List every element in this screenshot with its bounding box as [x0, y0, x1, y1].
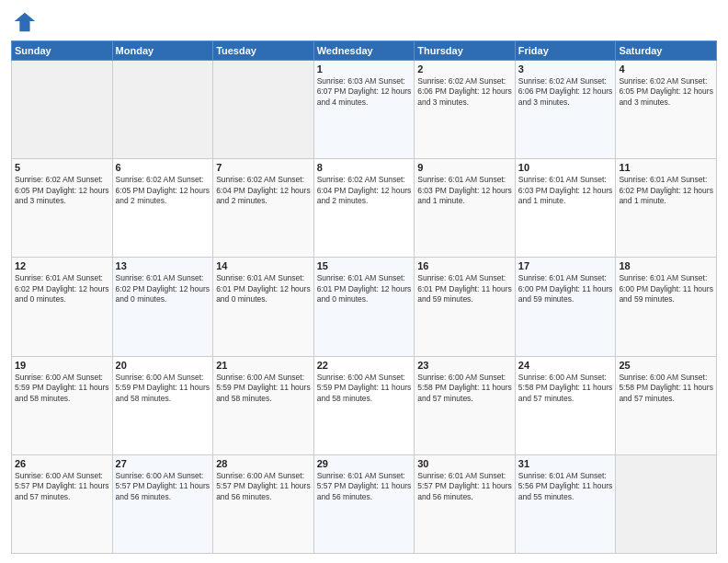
day-cell: 9Sunrise: 6:01 AM Sunset: 6:03 PM Daylig…	[415, 159, 516, 258]
day-number: 28	[216, 458, 311, 469]
header-cell-monday: Monday	[112, 41, 213, 61]
day-info: Sunrise: 6:00 AM Sunset: 5:57 PM Dayligh…	[116, 471, 210, 502]
page: SundayMondayTuesdayWednesdayThursdayFrid…	[0, 0, 728, 563]
day-info: Sunrise: 6:00 AM Sunset: 5:59 PM Dayligh…	[116, 373, 210, 404]
day-number: 24	[518, 360, 613, 371]
day-cell: 17Sunrise: 6:01 AM Sunset: 6:00 PM Dayli…	[515, 258, 616, 356]
day-number: 30	[417, 458, 512, 469]
day-info: Sunrise: 6:01 AM Sunset: 6:02 PM Dayligh…	[619, 175, 713, 206]
week-row-1: 1Sunrise: 6:03 AM Sunset: 6:07 PM Daylig…	[12, 61, 717, 159]
day-number: 1	[317, 63, 412, 75]
day-info: Sunrise: 6:01 AM Sunset: 6:01 PM Dayligh…	[417, 273, 512, 304]
day-cell: 1Sunrise: 6:03 AM Sunset: 6:07 PM Daylig…	[313, 61, 415, 159]
day-cell: 7Sunrise: 6:02 AM Sunset: 6:04 PM Daylig…	[213, 159, 314, 258]
week-row-2: 5Sunrise: 6:02 AM Sunset: 6:05 PM Daylig…	[12, 159, 717, 258]
day-info: Sunrise: 6:00 AM Sunset: 5:58 PM Dayligh…	[619, 373, 713, 404]
day-number: 4	[619, 63, 713, 75]
day-cell: 13Sunrise: 6:01 AM Sunset: 6:02 PM Dayli…	[112, 258, 213, 356]
day-cell: 31Sunrise: 6:01 AM Sunset: 5:56 PM Dayli…	[515, 454, 616, 553]
day-info: Sunrise: 6:02 AM Sunset: 6:05 PM Dayligh…	[15, 175, 109, 206]
day-info: Sunrise: 6:01 AM Sunset: 6:03 PM Dayligh…	[417, 175, 512, 206]
day-number: 6	[116, 162, 210, 173]
day-cell: 5Sunrise: 6:02 AM Sunset: 6:05 PM Daylig…	[12, 159, 113, 258]
day-number: 14	[216, 260, 311, 271]
day-cell: 2Sunrise: 6:02 AM Sunset: 6:06 PM Daylig…	[415, 61, 516, 159]
logo	[11, 9, 39, 35]
day-info: Sunrise: 6:00 AM Sunset: 5:57 PM Dayligh…	[15, 471, 109, 502]
day-cell	[112, 61, 213, 159]
day-info: Sunrise: 6:01 AM Sunset: 6:02 PM Dayligh…	[116, 273, 210, 304]
logo-icon	[11, 9, 37, 35]
day-info: Sunrise: 6:00 AM Sunset: 5:59 PM Dayligh…	[317, 373, 412, 404]
day-info: Sunrise: 6:00 AM Sunset: 5:59 PM Dayligh…	[216, 373, 311, 404]
day-info: Sunrise: 6:01 AM Sunset: 6:02 PM Dayligh…	[15, 273, 109, 304]
day-number: 15	[317, 260, 412, 271]
day-cell: 10Sunrise: 6:01 AM Sunset: 6:03 PM Dayli…	[515, 159, 616, 258]
header-row: SundayMondayTuesdayWednesdayThursdayFrid…	[12, 41, 717, 61]
day-number: 11	[619, 162, 713, 173]
day-number: 23	[417, 360, 512, 371]
header-cell-saturday: Saturday	[616, 41, 717, 61]
day-number: 12	[15, 260, 109, 271]
day-cell: 12Sunrise: 6:01 AM Sunset: 6:02 PM Dayli…	[12, 258, 113, 356]
day-info: Sunrise: 6:01 AM Sunset: 6:00 PM Dayligh…	[518, 273, 613, 304]
day-number: 29	[317, 458, 412, 469]
day-cell	[12, 61, 113, 159]
day-cell: 11Sunrise: 6:01 AM Sunset: 6:02 PM Dayli…	[616, 159, 717, 258]
header-cell-thursday: Thursday	[415, 41, 516, 61]
day-info: Sunrise: 6:00 AM Sunset: 5:59 PM Dayligh…	[15, 373, 109, 404]
day-number: 18	[619, 260, 713, 271]
day-number: 8	[317, 162, 412, 173]
day-number: 13	[116, 260, 210, 271]
svg-marker-0	[15, 13, 35, 32]
header-cell-tuesday: Tuesday	[213, 41, 314, 61]
day-cell: 28Sunrise: 6:00 AM Sunset: 5:57 PM Dayli…	[213, 454, 314, 553]
day-cell: 22Sunrise: 6:00 AM Sunset: 5:59 PM Dayli…	[313, 356, 415, 454]
week-row-4: 19Sunrise: 6:00 AM Sunset: 5:59 PM Dayli…	[12, 356, 717, 454]
day-cell: 3Sunrise: 6:02 AM Sunset: 6:06 PM Daylig…	[515, 61, 616, 159]
day-cell: 24Sunrise: 6:00 AM Sunset: 5:58 PM Dayli…	[515, 356, 616, 454]
day-number: 27	[116, 458, 210, 469]
header-cell-sunday: Sunday	[12, 41, 113, 61]
calendar-header: SundayMondayTuesdayWednesdayThursdayFrid…	[12, 41, 717, 61]
day-cell: 15Sunrise: 6:01 AM Sunset: 6:01 PM Dayli…	[313, 258, 415, 356]
day-number: 9	[417, 162, 512, 173]
day-number: 21	[216, 360, 311, 371]
day-cell: 18Sunrise: 6:01 AM Sunset: 6:00 PM Dayli…	[616, 258, 717, 356]
day-info: Sunrise: 6:00 AM Sunset: 5:58 PM Dayligh…	[417, 373, 512, 404]
day-info: Sunrise: 6:00 AM Sunset: 5:57 PM Dayligh…	[216, 471, 311, 502]
day-cell: 27Sunrise: 6:00 AM Sunset: 5:57 PM Dayli…	[112, 454, 213, 553]
day-number: 22	[317, 360, 412, 371]
day-number: 20	[116, 360, 210, 371]
day-info: Sunrise: 6:01 AM Sunset: 6:03 PM Dayligh…	[518, 175, 613, 206]
day-cell: 19Sunrise: 6:00 AM Sunset: 5:59 PM Dayli…	[12, 356, 113, 454]
day-number: 3	[518, 63, 613, 75]
day-number: 19	[15, 360, 109, 371]
day-info: Sunrise: 6:02 AM Sunset: 6:04 PM Dayligh…	[317, 175, 412, 206]
day-number: 26	[15, 458, 109, 469]
day-info: Sunrise: 6:03 AM Sunset: 6:07 PM Dayligh…	[317, 76, 412, 108]
day-cell: 25Sunrise: 6:00 AM Sunset: 5:58 PM Dayli…	[616, 356, 717, 454]
week-row-3: 12Sunrise: 6:01 AM Sunset: 6:02 PM Dayli…	[12, 258, 717, 356]
day-info: Sunrise: 6:01 AM Sunset: 6:00 PM Dayligh…	[619, 273, 713, 304]
day-cell: 16Sunrise: 6:01 AM Sunset: 6:01 PM Dayli…	[415, 258, 516, 356]
day-cell: 23Sunrise: 6:00 AM Sunset: 5:58 PM Dayli…	[415, 356, 516, 454]
day-number: 25	[619, 360, 713, 371]
day-cell: 26Sunrise: 6:00 AM Sunset: 5:57 PM Dayli…	[12, 454, 113, 553]
day-info: Sunrise: 6:01 AM Sunset: 6:01 PM Dayligh…	[216, 273, 311, 304]
day-info: Sunrise: 6:01 AM Sunset: 5:57 PM Dayligh…	[317, 471, 412, 502]
day-info: Sunrise: 6:00 AM Sunset: 5:58 PM Dayligh…	[518, 373, 613, 404]
day-cell	[616, 454, 717, 553]
day-cell: 8Sunrise: 6:02 AM Sunset: 6:04 PM Daylig…	[313, 159, 415, 258]
day-info: Sunrise: 6:02 AM Sunset: 6:04 PM Dayligh…	[216, 175, 311, 206]
day-info: Sunrise: 6:01 AM Sunset: 5:57 PM Dayligh…	[417, 471, 512, 502]
day-number: 7	[216, 162, 311, 173]
day-number: 5	[15, 162, 109, 173]
day-number: 17	[518, 260, 613, 271]
day-number: 2	[417, 63, 512, 75]
day-info: Sunrise: 6:01 AM Sunset: 5:56 PM Dayligh…	[518, 471, 613, 502]
week-row-5: 26Sunrise: 6:00 AM Sunset: 5:57 PM Dayli…	[12, 454, 717, 553]
day-number: 10	[518, 162, 613, 173]
day-cell: 20Sunrise: 6:00 AM Sunset: 5:59 PM Dayli…	[112, 356, 213, 454]
calendar-table: SundayMondayTuesdayWednesdayThursdayFrid…	[11, 40, 717, 554]
